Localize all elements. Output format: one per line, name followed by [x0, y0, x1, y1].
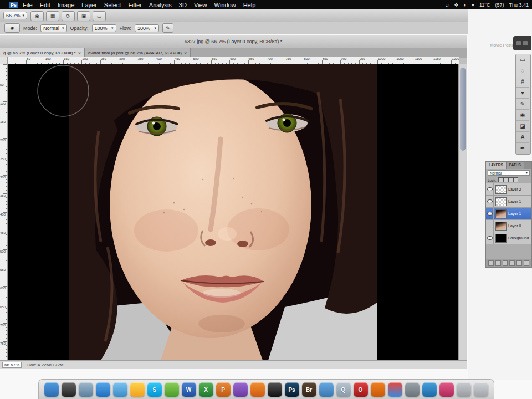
layer-visibility-toggle[interactable]: [486, 196, 494, 207]
volume-menu-icon[interactable]: ◐: [463, 2, 466, 8]
dock-entourage-icon[interactable]: [233, 382, 248, 397]
menu-item-view[interactable]: View: [194, 2, 207, 8]
dock-quicktime-icon[interactable]: Q: [336, 382, 351, 397]
layers-panel-action-icon[interactable]: [516, 260, 522, 266]
dock-system-preferences-icon[interactable]: [405, 382, 420, 397]
clone-stamp-tool-icon[interactable]: ◉: [516, 110, 529, 121]
dock-imac-icon[interactable]: [457, 382, 471, 397]
dock-bridge-icon[interactable]: Br: [302, 382, 316, 397]
panel-collapse-icon[interactable]: [516, 41, 521, 45]
clock[interactable]: Thu 3:41: [509, 2, 529, 8]
battery-percent[interactable]: (57): [495, 2, 504, 8]
status-zoom-field[interactable]: 66.67%: [2, 362, 22, 368]
lock-icon[interactable]: [498, 177, 503, 182]
dock-photoshop-icon[interactable]: Ps: [285, 382, 299, 397]
lock-icon[interactable]: [508, 177, 513, 182]
layers-panel-action-icon[interactable]: [488, 260, 494, 266]
screen-mode-button[interactable]: ▭: [93, 11, 106, 21]
lock-icon[interactable]: [513, 177, 518, 182]
photoshop-app-icon[interactable]: Ps: [9, 2, 18, 8]
dock-globe-icon[interactable]: [422, 382, 437, 397]
lock-icon[interactable]: [503, 177, 508, 182]
rotate-view-button[interactable]: ⟳: [62, 11, 75, 21]
hand-tool-button[interactable]: ◉: [30, 11, 44, 21]
eyedropper-tool-icon[interactable]: ▾: [516, 88, 529, 99]
dock-trash-icon[interactable]: [474, 382, 488, 397]
menu-item-3d[interactable]: 3D: [179, 2, 187, 8]
menu-item-layer[interactable]: Layer: [81, 2, 97, 8]
opacity-select[interactable]: 100% ▾: [92, 24, 116, 32]
document-tab-0[interactable]: g @ 66.7% (Layer 0 copy, RGB/8#) *×: [0, 48, 85, 58]
crop-tool-icon[interactable]: #: [516, 76, 529, 88]
marquee-tool-icon[interactable]: ▭: [516, 54, 529, 65]
zoom-tool-button[interactable]: ▦: [46, 11, 59, 21]
zoom-level-dropdown[interactable]: 66.7% ▾: [3, 12, 27, 19]
dock-excel-icon[interactable]: X: [199, 382, 213, 397]
collapsed-panel-dock[interactable]: [513, 36, 531, 50]
tab-close-icon[interactable]: ×: [78, 50, 81, 56]
canvas-area[interactable]: [8, 64, 459, 360]
layer-visibility-toggle[interactable]: [486, 208, 494, 219]
dock-opera-icon[interactable]: O: [354, 382, 368, 397]
menu-item-window[interactable]: Window: [214, 2, 236, 8]
layer-row-2[interactable]: Layer 1: [486, 208, 531, 220]
layer-row-3[interactable]: Layer 0: [486, 220, 531, 232]
brush-tool-icon[interactable]: ✎: [516, 99, 529, 110]
dock-photo-booth-icon[interactable]: [130, 382, 145, 397]
pen-tool-icon[interactable]: ✒: [516, 143, 529, 154]
blend-mode-select[interactable]: Normal ▾: [40, 24, 67, 32]
document-title-bar[interactable]: 6327.jpg @ 66.7% (Layer 0 copy, RGB/8#) …: [0, 35, 467, 48]
layers-panel-action-icon[interactable]: [524, 260, 529, 266]
dock-mail-icon[interactable]: [79, 382, 93, 397]
lasso-tool-icon[interactable]: ◌: [516, 65, 529, 76]
arrange-documents-button[interactable]: ▣: [77, 11, 90, 21]
dock-firefox-icon[interactable]: [250, 382, 265, 397]
horizontal-ruler[interactable]: 5010015020025030035040045050055060065070…: [8, 57, 459, 65]
dock-chrome-icon[interactable]: [388, 382, 402, 397]
dock-safari-icon[interactable]: [96, 382, 110, 397]
dock-terminal-icon[interactable]: [268, 382, 282, 397]
dock-powerpoint-icon[interactable]: P: [216, 382, 231, 397]
layers-panel-action-icon[interactable]: [509, 260, 515, 266]
flow-select[interactable]: 100% ▾: [135, 24, 159, 32]
layers-panel-tab-paths[interactable]: PATHS: [507, 162, 524, 169]
dock-dashboard-icon[interactable]: [62, 382, 76, 397]
dock-skype-icon[interactable]: S: [147, 382, 162, 397]
layer-visibility-toggle[interactable]: [486, 220, 494, 232]
menu-item-analysis[interactable]: Analysis: [149, 2, 172, 8]
eraser-tool-icon[interactable]: ◪: [516, 121, 529, 132]
menu-item-file[interactable]: File: [23, 2, 33, 8]
heart-menu-icon[interactable]: ♥: [472, 2, 474, 8]
menu-item-filter[interactable]: Filter: [128, 2, 141, 8]
panel-expand-icon[interactable]: [523, 41, 528, 45]
tab-close-icon[interactable]: ×: [184, 50, 187, 56]
itunes-menu-icon[interactable]: ♫: [445, 2, 449, 8]
layer-visibility-toggle[interactable]: [486, 183, 494, 195]
layers-panel-tab-layers[interactable]: LAYERS: [486, 162, 507, 169]
dock-word-icon[interactable]: W: [182, 382, 196, 397]
menu-item-select[interactable]: Select: [104, 2, 121, 8]
layer-visibility-toggle[interactable]: [486, 232, 494, 244]
dock-finder-icon[interactable]: [44, 382, 59, 397]
displays-menu-icon[interactable]: ❖: [454, 2, 458, 8]
type-tool-icon[interactable]: A: [516, 132, 529, 143]
vertical-ruler[interactable]: 5010015020025030035040045050055060065070…: [0, 64, 8, 360]
menu-item-edit[interactable]: Edit: [40, 2, 50, 8]
weather-temp[interactable]: 11°C: [479, 2, 490, 8]
layer-row-4[interactable]: Background: [486, 232, 531, 244]
menu-item-help[interactable]: Help: [243, 2, 256, 8]
airbrush-toggle[interactable]: ✎: [162, 23, 173, 33]
layer-row-1[interactable]: Layer 1: [486, 196, 531, 208]
brush-preset-picker[interactable]: ◉: [4, 23, 20, 33]
dock-msn-icon[interactable]: [165, 382, 179, 397]
document-tab-1[interactable]: avatar final (a.psd @ 66.7% (AVATAR, RGB…: [85, 48, 191, 58]
vertical-scrollbar[interactable]: [458, 64, 467, 360]
layer-row-0[interactable]: Layer 2: [486, 183, 531, 196]
dock-ichat-icon[interactable]: [113, 382, 127, 397]
layers-blend-mode-select[interactable]: Normal ▾: [488, 170, 530, 176]
layers-panel-action-icon[interactable]: [495, 260, 501, 266]
layers-panel-action-icon[interactable]: [503, 260, 508, 266]
vertical-scrollbar-thumb[interactable]: [460, 68, 466, 151]
dock-itunes-icon[interactable]: [439, 382, 454, 397]
menu-item-image[interactable]: Image: [58, 2, 75, 8]
